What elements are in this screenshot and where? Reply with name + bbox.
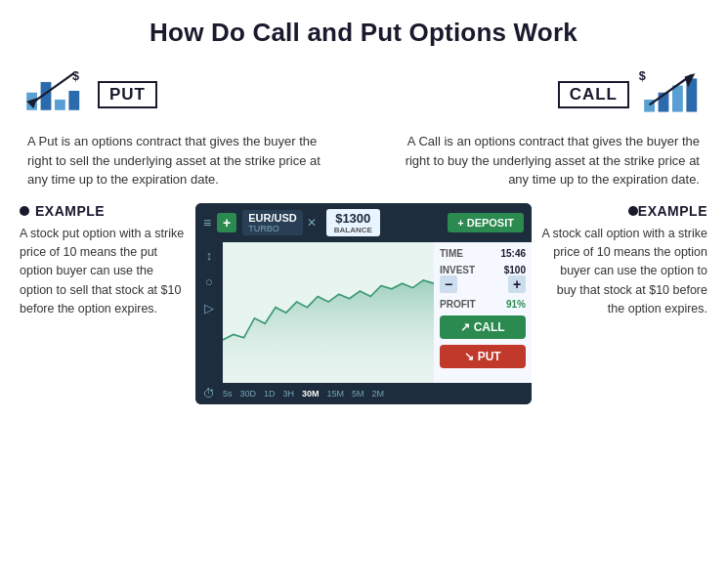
widget-footer: ⏱ 5s 30D 1D 3H 30M 15M 5M 2M: [195, 383, 532, 404]
widget-close-icon[interactable]: ✕: [307, 216, 317, 230]
play-sidebar-icon[interactable]: ▷: [204, 301, 214, 315]
invest-increase-button[interactable]: +: [508, 275, 526, 293]
example-right-dot: [628, 206, 638, 216]
profit-value: 91%: [506, 299, 526, 310]
clock-icon: ⏱: [203, 387, 215, 400]
time-label: TIME: [440, 248, 463, 259]
put-header: $ PUT: [20, 65, 336, 124]
svg-text:$: $: [72, 69, 79, 83]
timeframe-2m[interactable]: 2M: [372, 389, 385, 399]
pair-type: TURBO: [248, 224, 279, 233]
widget-balance: $1300 BALANCE: [326, 209, 380, 236]
search-sidebar-icon[interactable]: ○: [205, 274, 213, 289]
time-value: 15:46: [500, 248, 526, 259]
time-row: TIME 15:46: [440, 248, 526, 259]
call-section: $ CALL A Call is an options contract tha…: [391, 65, 707, 189]
deposit-button[interactable]: + DEPOSIT: [448, 213, 524, 232]
example-left-label: EXAMPLE: [20, 203, 186, 219]
put-label: PUT: [109, 85, 146, 105]
example-right-label: EXAMPLE: [541, 203, 707, 219]
profit-label: PROFIT: [440, 299, 476, 310]
example-left: EXAMPLE A stock put option with a strike…: [20, 203, 186, 319]
invest-section: INVEST $100 − +: [440, 265, 526, 293]
timeframe-1d[interactable]: 1D: [264, 389, 276, 399]
timeframe-5s[interactable]: 5s: [223, 389, 233, 399]
balance-label: BALANCE: [334, 226, 372, 234]
menu-icon[interactable]: ≡: [203, 215, 211, 231]
put-button[interactable]: ↘ PUT: [440, 345, 526, 368]
put-icon: $: [20, 65, 90, 124]
timeframe-5m[interactable]: 5M: [352, 389, 364, 399]
svg-rect-9: [672, 86, 683, 112]
widget-sidebar: ↕ ○ ▷: [195, 242, 223, 383]
chart-area: [223, 242, 434, 383]
put-section: $ PUT A Put is an options contract that …: [20, 65, 336, 189]
chart-type-icon[interactable]: ↕: [206, 248, 213, 263]
example-left-text: A stock put option with a strike price o…: [20, 225, 186, 319]
widget-header: ≡ + EUR/USD TURBO ✕ $1300 BALANCE + DEPO…: [195, 203, 532, 242]
balance-value: $1300: [335, 211, 370, 226]
pair-name: EUR/USD: [248, 212, 297, 224]
svg-text:$: $: [639, 69, 646, 83]
widget-pair-info[interactable]: EUR/USD TURBO: [242, 210, 303, 235]
example-right: EXAMPLE A stock call option with a strik…: [541, 203, 707, 319]
bottom-row: EXAMPLE A stock put option with a strike…: [20, 203, 707, 404]
widget-body: ↕ ○ ▷: [195, 242, 532, 383]
page-title: How Do Call and Put Options Work: [20, 18, 707, 48]
invest-label: INVEST: [440, 265, 475, 275]
put-description: A Put is an options contract that gives …: [20, 132, 336, 189]
timeframe-15m[interactable]: 15M: [327, 389, 345, 399]
invest-value: $100: [504, 265, 526, 275]
timeframe-30m[interactable]: 30M: [302, 389, 320, 399]
svg-line-11: [650, 75, 692, 105]
call-icon: $: [637, 65, 707, 124]
trading-widget: ≡ + EUR/USD TURBO ✕ $1300 BALANCE + DEPO…: [195, 203, 532, 404]
add-icon[interactable]: +: [217, 213, 236, 232]
svg-rect-3: [68, 91, 79, 110]
svg-rect-2: [55, 100, 65, 110]
example-left-dot: [20, 206, 29, 216]
invest-controls: − +: [440, 275, 526, 293]
call-header: $ CALL: [391, 65, 707, 124]
example-right-text: A stock call option with a strike price …: [541, 225, 707, 319]
call-description: A Call is an options contract that gives…: [391, 132, 707, 189]
call-label: CALL: [570, 85, 618, 105]
timeframe-30d[interactable]: 30D: [240, 389, 257, 399]
timeframe-3h[interactable]: 3H: [283, 389, 295, 399]
widget-panel: TIME 15:46 INVEST $100 − +: [434, 242, 532, 383]
invest-decrease-button[interactable]: −: [440, 275, 457, 293]
main-container: How Do Call and Put Options Work: [0, 0, 727, 588]
call-label-box: CALL: [558, 81, 629, 108]
profit-row: PROFIT 91%: [440, 299, 526, 310]
put-label-box: PUT: [98, 81, 157, 108]
call-button[interactable]: ↗ CALL: [440, 315, 526, 339]
top-row: $ PUT A Put is an options contract that …: [20, 65, 707, 189]
svg-line-4: [32, 73, 74, 104]
